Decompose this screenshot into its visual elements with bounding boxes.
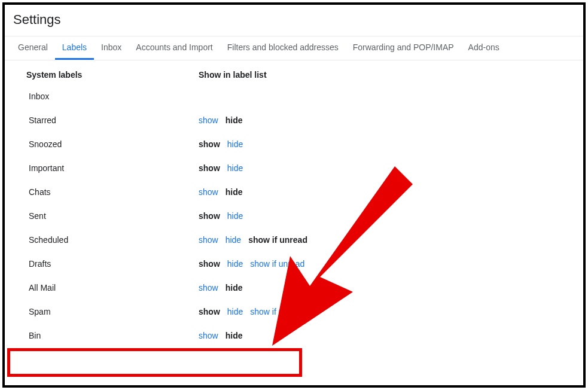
label-options: showhide [199,211,243,221]
tabs-row: GeneralLabelsInboxAccounts and ImportFil… [5,36,583,60]
label-name: All Mail [29,283,199,292]
label-row-snoozed: Snoozedshowhide [5,132,583,156]
option-show[interactable]: show [199,139,220,149]
tab-add-ons[interactable]: Add-ons [461,36,507,60]
label-name: Spam [29,307,199,316]
option-show[interactable]: show [199,331,218,340]
tab-forwarding-and-pop-imap[interactable]: Forwarding and POP/IMAP [346,36,461,60]
header-show-in-list: Show in label list [199,70,267,80]
tab-accounts-and-import[interactable]: Accounts and Import [129,36,220,60]
option-hide[interactable]: hide [227,307,243,316]
label-name: Chats [29,187,199,197]
label-row-spam: Spamshowhideshow if unread [5,300,583,324]
option-show[interactable]: show [199,235,218,245]
option-hide[interactable]: hide [227,259,243,269]
label-row-sent: Sentshowhide [5,204,583,228]
option-show[interactable]: show [199,211,220,221]
label-row-scheduled: Scheduledshowhideshow if unread [5,228,583,252]
label-row-starred: Starredshowhide [5,108,583,132]
option-show[interactable]: show [199,115,218,125]
label-options: showhide [199,331,242,340]
option-show[interactable]: show [199,283,218,292]
label-row-drafts: Draftsshowhideshow if unread [5,252,583,276]
label-name: Inbox [29,92,199,101]
option-show[interactable]: show [199,259,220,269]
label-row-inbox: Inbox [5,84,583,108]
label-name: Important [29,163,199,173]
tab-filters-and-blocked-addresses[interactable]: Filters and blocked addresses [220,36,346,60]
label-row-all-mail: All Mailshowhide [5,276,583,300]
tab-general[interactable]: General [11,36,55,60]
label-name: Drafts [29,259,199,269]
label-name: Starred [29,115,199,125]
label-name: Scheduled [29,235,199,245]
label-options: showhide [199,187,242,197]
option-hide[interactable]: hide [227,211,243,221]
label-options: showhide [199,139,243,149]
tab-labels[interactable]: Labels [55,36,94,60]
label-name: Sent [29,211,199,221]
annotation-highlight-box [7,348,302,377]
label-options: showhideshow if unread [199,307,304,316]
label-options: showhideshow if unread [199,235,307,245]
settings-container: Settings GeneralLabelsInboxAccounts and … [5,5,583,348]
option-hide[interactable]: hide [226,283,243,292]
option-show-if-unread[interactable]: show if unread [250,259,304,269]
label-options: showhide [199,115,242,125]
option-hide[interactable]: hide [227,139,243,149]
settings-frame: Settings GeneralLabelsInboxAccounts and … [2,2,586,388]
label-name: Bin [29,331,199,340]
tab-inbox[interactable]: Inbox [94,36,129,60]
label-options: showhideshow if unread [199,259,304,269]
label-row-important: Importantshowhide [5,156,583,180]
labels-header-row: System labels Show in label list [5,70,583,84]
label-row-bin: Binshowhide [5,324,583,348]
header-system-labels: System labels [26,70,199,80]
option-hide[interactable]: hide [226,331,243,340]
page-title: Settings [5,12,583,36]
labels-content: System labels Show in label list InboxSt… [5,60,583,348]
option-hide[interactable]: hide [226,115,243,125]
option-show-if-unread[interactable]: show if unread [250,307,304,316]
option-hide[interactable]: hide [226,235,241,245]
option-hide[interactable]: hide [226,187,243,197]
label-row-chats: Chatsshowhide [5,180,583,204]
label-options: showhide [199,163,243,173]
labels-list: InboxStarredshowhideSnoozedshowhideImpor… [5,84,583,348]
option-show-if-unread[interactable]: show if unread [248,235,307,245]
option-show[interactable]: show [199,187,218,197]
label-name: Snoozed [29,139,199,149]
option-hide[interactable]: hide [227,163,243,173]
option-show[interactable]: show [199,307,220,316]
option-show[interactable]: show [199,163,220,173]
label-options: showhide [199,283,242,292]
